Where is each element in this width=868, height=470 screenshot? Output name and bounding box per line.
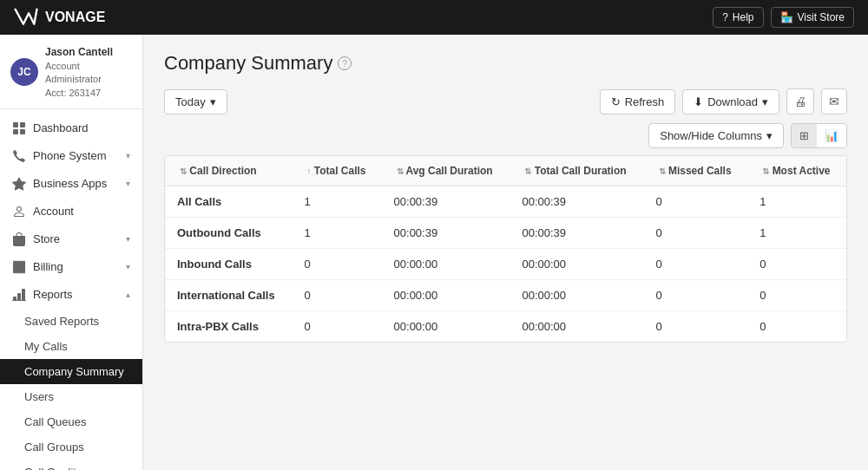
col-avg-duration[interactable]: ⇅ Avg Call Duration <box>382 156 510 186</box>
bag-icon <box>12 232 26 246</box>
chevron-down-icon: ▾ <box>126 151 130 160</box>
svg-rect-0 <box>13 122 18 127</box>
cell-direction: Outbound Calls <box>165 218 292 249</box>
sort-icon: ⇅ <box>397 166 404 176</box>
sidebar-item-label: Business Apps <box>33 177 107 190</box>
visit-store-button[interactable]: 🏪 Visit Store <box>771 7 854 28</box>
table-icon: ⊞ <box>799 129 809 142</box>
help-button[interactable]: ? Help <box>713 7 763 28</box>
sort-icon: ⇅ <box>659 166 666 176</box>
today-button[interactable]: Today ▾ <box>164 89 227 114</box>
user-role: Account Administrator <box>45 60 132 87</box>
svg-rect-2 <box>13 129 18 134</box>
sidebar-item-phone-system[interactable]: Phone System ▾ <box>0 142 142 170</box>
sidebar-item-label: Phone System <box>33 149 107 162</box>
chevron-down-icon: ▾ <box>762 95 768 108</box>
table-row: Intra-PBX Calls 0 00:00:00 00:00:00 0 0 <box>165 311 846 343</box>
print-button[interactable]: 🖨 <box>786 88 814 114</box>
download-icon: ⬇ <box>694 95 703 108</box>
user-info: Jason Cantell Account Administrator Acct… <box>45 45 132 100</box>
sidebar-subitem-call-quality[interactable]: Call Quality <box>0 460 142 470</box>
cell-avg-duration: 00:00:39 <box>382 186 510 218</box>
refresh-button[interactable]: ↻ Refresh <box>600 89 676 114</box>
email-icon: ✉ <box>829 95 839 108</box>
top-nav: VONAGE ? Help 🏪 Visit Store <box>0 0 868 35</box>
main-content: Company Summary ? Today ▾ ↻ Refresh ⬇ Do… <box>143 35 868 470</box>
col-most-active[interactable]: ⇅ Most Active <box>747 156 846 186</box>
cell-avg-duration: 00:00:00 <box>382 280 510 311</box>
cell-missed-calls: 0 <box>644 218 748 249</box>
sidebar-item-label: Billing <box>33 260 63 273</box>
email-button[interactable]: ✉ <box>821 88 847 114</box>
chevron-down-icon: ▾ <box>766 129 773 142</box>
info-icon[interactable]: ? <box>338 56 352 70</box>
sort-icon: ⇅ <box>762 166 769 176</box>
col-total-calls[interactable]: ↑ Total Calls <box>292 156 381 186</box>
cell-avg-duration: 00:00:00 <box>382 249 510 280</box>
show-hide-columns-button[interactable]: Show/Hide Columns ▾ <box>648 123 784 148</box>
help-icon: ? <box>722 11 728 23</box>
table-row: All Calls 1 00:00:39 00:00:39 0 1 <box>165 186 846 218</box>
col-total-duration[interactable]: ⇅ Total Call Duration <box>510 156 643 186</box>
svg-rect-1 <box>20 122 25 127</box>
sidebar-subitem-call-queues[interactable]: Call Queues <box>0 409 142 434</box>
cell-most-active: 1 <box>747 218 846 249</box>
col-call-direction[interactable]: ⇅ Call Direction <box>165 156 292 186</box>
cell-total-calls: 0 <box>292 249 381 280</box>
cell-missed-calls: 0 <box>644 186 748 218</box>
avatar: JC <box>10 58 38 86</box>
cell-most-active: 0 <box>747 249 846 280</box>
toolbar: Today ▾ ↻ Refresh ⬇ Download ▾ 🖨 <box>164 88 847 114</box>
sort-icon: ⇅ <box>524 166 531 176</box>
cell-total-calls: 1 <box>292 186 381 218</box>
sidebar-item-business-apps[interactable]: Business Apps ▾ <box>0 170 142 198</box>
receipt-icon <box>12 260 26 274</box>
cell-total-duration: 00:00:00 <box>510 280 643 311</box>
chevron-down-icon: ▾ <box>126 262 130 271</box>
sidebar-item-label: Account <box>33 205 74 218</box>
sidebar-subitem-call-groups[interactable]: Call Groups <box>0 434 142 460</box>
cell-total-duration: 00:00:00 <box>510 311 643 343</box>
toolbar-right: ↻ Refresh ⬇ Download ▾ 🖨 ✉ <box>600 88 847 114</box>
table-header: ⇅ Call Direction ↑ Total Calls ⇅ Avg Cal… <box>165 156 846 186</box>
store-icon: 🏪 <box>780 11 793 23</box>
sidebar-item-dashboard[interactable]: Dashboard <box>0 114 142 142</box>
sidebar-item-reports[interactable]: Reports ▴ <box>0 281 142 309</box>
sidebar-item-label: Dashboard <box>33 121 89 134</box>
logo: VONAGE <box>14 8 105 27</box>
cell-direction: All Calls <box>165 186 292 218</box>
print-icon: 🖨 <box>794 95 806 108</box>
sidebar-subitem-saved-reports[interactable]: Saved Reports <box>0 309 142 334</box>
sidebar: JC Jason Cantell Account Administrator A… <box>0 35 143 470</box>
sidebar-subitem-my-calls[interactable]: My Calls <box>0 334 142 359</box>
logo-text: VONAGE <box>45 10 105 25</box>
svg-rect-3 <box>20 129 25 134</box>
cell-missed-calls: 0 <box>644 249 748 280</box>
chart-view-button[interactable]: 📊 <box>817 124 846 147</box>
cell-direction: Intra-PBX Calls <box>165 311 292 343</box>
sidebar-item-account[interactable]: Account <box>0 198 142 225</box>
sidebar-subitem-company-summary[interactable]: Company Summary <box>0 359 142 384</box>
cell-most-active: 0 <box>747 311 846 343</box>
cell-total-calls: 1 <box>292 218 381 249</box>
sidebar-subitem-users[interactable]: Users <box>0 384 142 409</box>
sidebar-nav: Dashboard Phone System ▾ <box>0 109 142 470</box>
user-name: Jason Cantell <box>45 45 132 60</box>
table-view-button[interactable]: ⊞ <box>792 124 817 147</box>
download-button[interactable]: ⬇ Download ▾ <box>682 89 779 114</box>
cell-missed-calls: 0 <box>644 311 748 343</box>
col-missed-calls[interactable]: ⇅ Missed Calls <box>644 156 748 186</box>
sort-icon: ⇅ <box>180 166 187 176</box>
sidebar-item-store[interactable]: Store ▾ <box>0 225 142 253</box>
table-row: Outbound Calls 1 00:00:39 00:00:39 0 1 <box>165 218 846 249</box>
phone-icon <box>12 149 26 163</box>
cell-total-duration: 00:00:00 <box>510 249 643 280</box>
user-acct: Acct: 263147 <box>45 87 132 100</box>
cell-total-duration: 00:00:39 <box>510 186 643 218</box>
cell-direction: International Calls <box>165 280 292 311</box>
cell-total-calls: 0 <box>292 280 381 311</box>
cell-total-duration: 00:00:39 <box>510 218 643 249</box>
sort-icon: ↑ <box>306 166 311 176</box>
sidebar-item-billing[interactable]: Billing ▾ <box>0 253 142 281</box>
person-icon <box>12 205 26 219</box>
